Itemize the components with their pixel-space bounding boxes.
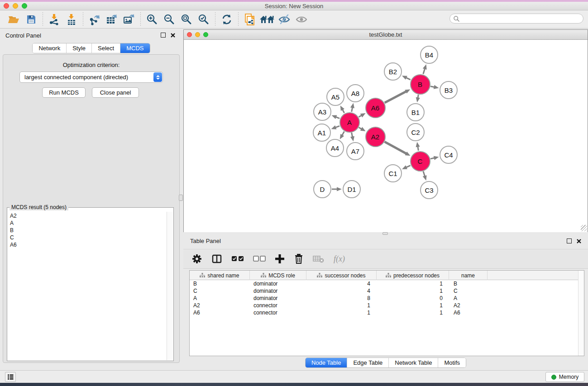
deselect-all-checks-icon[interactable]	[253, 252, 266, 266]
tab-select[interactable]: Select	[91, 43, 120, 53]
table-row[interactable]: A6connector11A6	[190, 309, 578, 316]
tab-motifs[interactable]: Motifs	[438, 358, 466, 367]
table-cell[interactable]: A2	[190, 302, 250, 309]
zoom-in-icon[interactable]	[143, 12, 161, 27]
table-cell[interactable]: dominator	[250, 295, 306, 302]
hide-selected-eye-slash-icon[interactable]	[276, 12, 293, 27]
table-row[interactable]: A2connector11A2	[190, 302, 578, 309]
mcds-result-item[interactable]: B	[10, 227, 166, 234]
graph-node-B2[interactable]: B2	[384, 62, 402, 81]
table-cell[interactable]: A	[449, 295, 488, 302]
table-cell[interactable]: 4	[306, 280, 377, 287]
import-table-icon[interactable]	[63, 12, 80, 27]
graph-node-C2[interactable]: C2	[406, 123, 425, 141]
table-row[interactable]: Cdominator41C	[190, 287, 578, 295]
table-cell[interactable]: connector	[250, 302, 306, 309]
table-row[interactable]: Bdominator41B	[190, 280, 578, 287]
column-header-name[interactable]: name	[449, 271, 488, 280]
edge-A2-C[interactable]	[385, 142, 407, 154]
tab-network-table[interactable]: Network Table	[388, 358, 438, 367]
table-cell[interactable]: C	[190, 287, 250, 295]
column-header-MCDS-role[interactable]: MCDS role	[250, 271, 306, 280]
column-header-shared-name[interactable]: shared name	[190, 271, 250, 280]
graph-node-A8[interactable]: A8	[346, 84, 364, 102]
table-cell[interactable]: 1	[306, 302, 377, 309]
zoom-out-icon[interactable]	[161, 12, 178, 27]
table-cell[interactable]: connector	[250, 309, 306, 316]
float-panel-icon[interactable]	[161, 33, 166, 38]
import-network-icon[interactable]	[46, 12, 63, 27]
table-cell[interactable]: B	[190, 280, 250, 287]
table-cell[interactable]: B	[449, 280, 488, 287]
mcds-result-list[interactable]: A2ABCA6	[8, 212, 166, 360]
apply-layout-icon[interactable]	[218, 12, 235, 27]
edge-A6-B[interactable]	[385, 91, 407, 103]
zoom-selected-icon[interactable]	[195, 12, 212, 27]
first-neighbors-houses-icon[interactable]	[258, 12, 276, 27]
table-cell[interactable]: 1	[306, 309, 377, 316]
table-cell[interactable]: C	[449, 287, 488, 295]
show-columns-icon[interactable]	[211, 252, 222, 266]
graph-node-B4[interactable]: B4	[420, 46, 438, 64]
table-row[interactable]: Adominator80A	[190, 295, 578, 302]
criterion-dropdown[interactable]: largest connected component (directed)	[19, 71, 163, 83]
table-cell[interactable]: 1	[377, 302, 449, 309]
network-canvas[interactable]: B4B2BB3A8A5A6A3B1AC2A1A2A4A7C4CC1DD1C3	[184, 40, 588, 232]
graph-node-C1[interactable]: C1	[384, 164, 402, 182]
save-session-icon[interactable]	[23, 12, 40, 27]
graph-node-A[interactable]: A	[339, 112, 360, 133]
tab-edge-table[interactable]: Edge Table	[347, 358, 388, 367]
table-cell[interactable]: 1	[377, 309, 449, 316]
column-header-predecessor-nodes[interactable]: predecessor nodes	[377, 271, 449, 280]
mcds-result-item[interactable]: A	[10, 219, 166, 227]
mcds-result-item[interactable]: C	[10, 234, 166, 241]
add-column-icon[interactable]	[275, 252, 285, 266]
graph-node-A1[interactable]: A1	[313, 124, 331, 142]
table-cell[interactable]: 4	[306, 287, 377, 295]
table-cell[interactable]: 0	[377, 295, 449, 302]
mcds-list-scrollbar[interactable]	[167, 212, 173, 360]
zoom-fit-icon[interactable]	[178, 12, 195, 27]
delete-columns-trash-icon[interactable]	[294, 252, 304, 266]
memory-button[interactable]: Memory	[545, 372, 584, 382]
column-header-successor-nodes[interactable]: successor nodes	[306, 271, 377, 280]
graph-node-B3[interactable]: B3	[440, 81, 458, 99]
graph-node-B[interactable]: B	[410, 74, 430, 95]
float-panel-icon[interactable]	[567, 238, 572, 243]
mcds-result-item[interactable]: A2	[10, 212, 166, 219]
table-options-gear-icon[interactable]	[191, 252, 202, 266]
graph-node-D1[interactable]: D1	[343, 180, 361, 198]
mcds-result-item[interactable]: A6	[10, 241, 166, 248]
tab-style[interactable]: Style	[66, 43, 91, 53]
tab-node-table[interactable]: Node Table	[306, 358, 347, 367]
task-history-button[interactable]	[5, 372, 16, 382]
edge-B-B4[interactable]	[423, 68, 425, 74]
export-image-icon[interactable]	[120, 12, 138, 27]
close-panel-button[interactable]: Close panel	[92, 87, 139, 98]
table-scrollbar[interactable]	[578, 271, 584, 356]
table-cell[interactable]: dominator	[250, 280, 306, 287]
table-cell[interactable]: A	[190, 295, 250, 302]
graph-node-C[interactable]: C	[410, 151, 430, 172]
table-cell[interactable]: A6	[449, 309, 488, 316]
resize-grip-icon[interactable]	[581, 225, 587, 231]
tab-mcds[interactable]: MCDS	[120, 43, 149, 53]
vertical-splitter-handle[interactable]	[179, 195, 183, 201]
graph-node-A7[interactable]: A7	[346, 142, 364, 160]
table-cell[interactable]: 1	[377, 280, 449, 287]
search-input[interactable]	[460, 15, 583, 22]
clone-network-icon[interactable]	[241, 12, 258, 27]
graph-node-A4[interactable]: A4	[326, 139, 344, 157]
graph-node-C4[interactable]: C4	[440, 146, 458, 164]
table-cell[interactable]: A2	[449, 302, 488, 309]
run-mcds-button[interactable]: Run MCDS	[42, 87, 86, 98]
table-cell[interactable]: 1	[377, 287, 449, 295]
export-network-icon[interactable]	[86, 12, 103, 27]
network-window-titlebar[interactable]: testGlobe.txt	[184, 30, 588, 40]
graph-node-A2[interactable]: A2	[365, 127, 386, 147]
open-session-icon[interactable]	[5, 12, 23, 27]
graph-node-A3[interactable]: A3	[313, 103, 331, 121]
search-field[interactable]	[449, 14, 583, 24]
table-cell[interactable]: A6	[190, 309, 250, 316]
close-panel-icon[interactable]	[170, 33, 176, 38]
